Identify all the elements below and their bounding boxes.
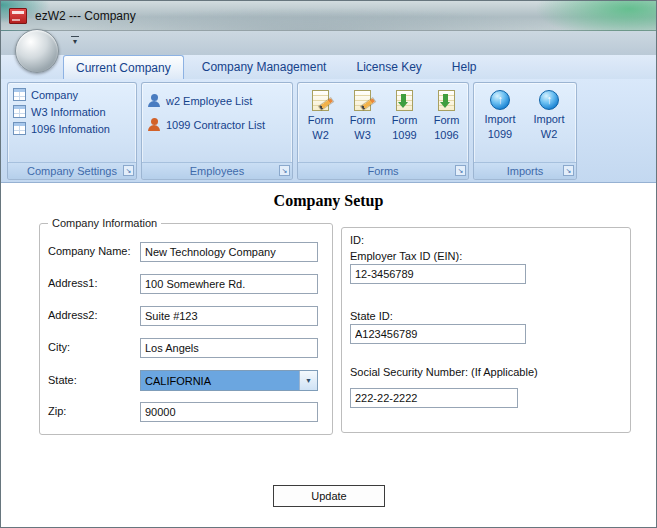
dialog-launcher-icon[interactable]: ↘: [455, 165, 466, 176]
ribbon-item-1096-information[interactable]: 1096 Infomation: [10, 120, 113, 137]
quick-access-toolbar: [1, 31, 656, 55]
title-bar[interactable]: ezW2 --- Company: [1, 1, 656, 31]
page-title: Company Setup: [1, 192, 656, 210]
button-label-line2: 1099: [488, 128, 512, 140]
button-label-line1: Form: [308, 114, 334, 126]
combo-dropdown-button[interactable]: ▼: [299, 371, 317, 390]
tab-license-key[interactable]: License Key: [344, 55, 433, 79]
form-pencil-icon: [312, 90, 329, 111]
ssn-input[interactable]: [350, 388, 518, 408]
group-caption-label: Company Settings: [27, 165, 117, 177]
address1-input[interactable]: [140, 274, 318, 294]
groupbox-legend: Company Information: [48, 217, 161, 229]
window-title: ezW2 --- Company: [35, 9, 136, 23]
ribbon-group-employees: w2 Employee List 1099 Contractor List Em…: [141, 82, 293, 180]
import-up-arrow-icon: ↑: [539, 90, 559, 110]
ribbon-item-1099-contractor-list[interactable]: 1099 Contractor List: [144, 116, 268, 133]
import-up-arrow-icon: ↑: [490, 90, 510, 110]
company-setup-page: Company Setup Company Information Compan…: [1, 183, 656, 528]
tab-company-management[interactable]: Company Management: [190, 55, 339, 79]
chevron-down-icon: ▼: [305, 377, 312, 384]
tab-label: Company Management: [202, 60, 327, 74]
ribbon-item-label: Company: [31, 89, 78, 101]
ein-input[interactable]: [350, 264, 526, 284]
state-id-label: State ID:: [350, 310, 393, 322]
company-name-input[interactable]: [140, 242, 318, 262]
ribbon-button-import-w2[interactable]: ↑ Import W2: [525, 85, 573, 160]
city-label: City:: [48, 341, 70, 353]
chevron-down-icon: ▾: [67, 38, 83, 46]
address2-input[interactable]: [140, 306, 318, 326]
group-caption-employees: Employees ↘: [142, 162, 292, 179]
ribbon-button-import-1099[interactable]: ↑ Import 1099: [476, 85, 524, 160]
id-label: ID:: [350, 234, 364, 246]
employee-person-icon: [147, 94, 161, 107]
ribbon-item-w2-employee-list[interactable]: w2 Employee List: [144, 92, 268, 109]
button-label-line2: W2: [541, 128, 558, 140]
dialog-launcher-icon[interactable]: ↘: [563, 165, 574, 176]
group-caption-label: Imports: [507, 165, 544, 177]
ribbon-tabs: Current Company Company Management Licen…: [63, 55, 489, 79]
state-label: State:: [48, 374, 77, 386]
zip-input[interactable]: [140, 402, 318, 422]
group-caption-imports: Imports ↘: [474, 162, 576, 179]
address2-label: Address2:: [48, 309, 98, 321]
address1-label: Address1:: [48, 277, 98, 289]
ribbon-group-company-settings: Company W3 Information 1096 Infomation C…: [7, 82, 137, 180]
state-combobox[interactable]: CALIFORNIA ▼: [140, 370, 318, 391]
ribbon-item-label: 1099 Contractor List: [166, 119, 265, 131]
button-label-line1: Form: [434, 114, 460, 126]
zip-label: Zip:: [48, 405, 66, 417]
button-label-line1: Form: [350, 114, 376, 126]
button-label-line1: Form: [392, 114, 418, 126]
contractor-person-icon: [147, 118, 161, 131]
ribbon-group-forms: Form W2 Form W3 Form 1099: [297, 82, 469, 180]
ribbon-item-label: w2 Employee List: [166, 95, 252, 107]
tab-current-company[interactable]: Current Company: [63, 55, 184, 79]
ribbon-item-company[interactable]: Company: [10, 86, 113, 103]
tab-help[interactable]: Help: [440, 55, 489, 79]
ribbon-group-imports: ↑ Import 1099 ↑ Import W2 Imports: [473, 82, 577, 180]
w3-form-icon: [13, 105, 26, 118]
button-label-line2: 1096: [434, 129, 458, 141]
app-icon: [9, 8, 27, 24]
ribbon-button-form-w3[interactable]: Form W3: [342, 85, 383, 160]
ein-label: Employer Tax ID (EIN):: [350, 250, 462, 262]
form-export-icon: [396, 90, 413, 111]
state-id-input[interactable]: [350, 324, 526, 344]
ribbon: Company W3 Information 1096 Infomation C…: [1, 79, 656, 183]
form-export-icon: [438, 90, 455, 111]
button-label-line2: W2: [312, 129, 329, 141]
city-input[interactable]: [140, 338, 318, 358]
ribbon-item-label: 1096 Infomation: [31, 123, 110, 135]
form-pencil-icon: [354, 90, 371, 111]
update-button[interactable]: Update: [273, 485, 385, 507]
tab-label: Help: [452, 60, 477, 74]
group-caption-company-settings: Company Settings ↘: [8, 162, 136, 179]
tab-label: License Key: [356, 60, 421, 74]
application-menu-button[interactable]: [15, 29, 59, 73]
group-caption-label: Forms: [367, 165, 398, 177]
ribbon-button-form-w2[interactable]: Form W2: [300, 85, 341, 160]
tab-label: Current Company: [76, 61, 171, 75]
app-window: ezW2 --- Company ▾ Current Company Compa…: [0, 0, 657, 528]
ribbon-item-w3-information[interactable]: W3 Information: [10, 103, 113, 120]
state-combobox-value: CALIFORNIA: [141, 371, 299, 390]
dialog-launcher-icon[interactable]: ↘: [123, 165, 134, 176]
company-name-label: Company Name:: [48, 245, 131, 257]
ribbon-button-form-1099[interactable]: Form 1099: [384, 85, 425, 160]
button-label-line2: 1099: [392, 129, 416, 141]
button-label-line1: Import: [484, 113, 515, 125]
group-caption-forms: Forms ↘: [298, 162, 468, 179]
company-form-icon: [13, 88, 26, 101]
ribbon-item-label: W3 Information: [31, 106, 106, 118]
ribbon-button-form-1096[interactable]: Form 1096: [426, 85, 467, 160]
quick-access-dropdown-icon[interactable]: ▾: [67, 36, 83, 46]
id-groupbox: ID: Employer Tax ID (EIN): State ID: Soc…: [341, 227, 631, 433]
button-label-line1: Import: [533, 113, 564, 125]
dialog-launcher-icon[interactable]: ↘: [279, 165, 290, 176]
form-1096-icon: [13, 122, 26, 135]
button-label-line2: W3: [354, 129, 371, 141]
group-caption-label: Employees: [190, 165, 244, 177]
ssn-label: Social Security Number: (If Applicable): [350, 366, 538, 378]
